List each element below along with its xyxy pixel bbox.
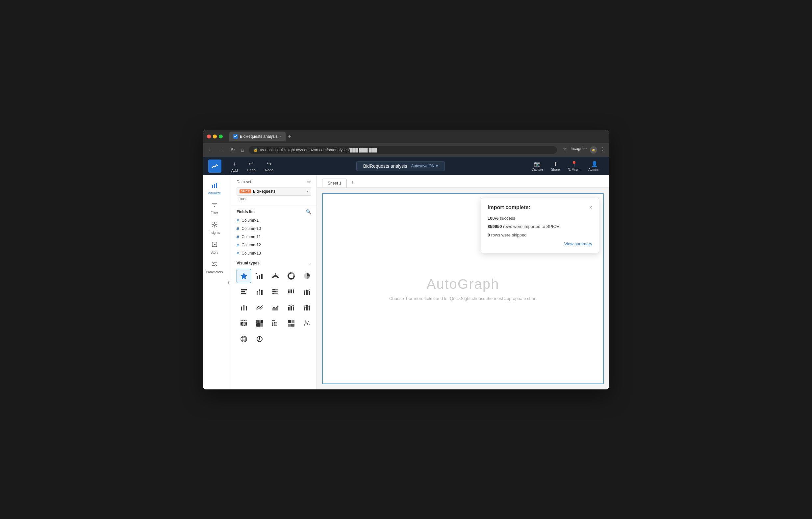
new-tab-button[interactable]: +	[288, 133, 291, 140]
svg-rect-26	[275, 289, 278, 291]
visual-type-area[interactable]	[268, 300, 283, 315]
autosave-toggle[interactable]: Autosave ON ▾	[411, 164, 438, 169]
minimize-button[interactable]	[213, 134, 217, 139]
tab-close-icon[interactable]: ×	[280, 134, 282, 138]
share-button[interactable]: ⬆ Share	[548, 159, 563, 173]
svg-rect-82	[288, 324, 291, 327]
svg-rect-36	[293, 289, 294, 291]
visual-type-autograph[interactable]	[237, 269, 251, 283]
sheet-tab-1[interactable]: Sheet 1	[322, 179, 347, 187]
field-item[interactable]: # Column-11	[237, 233, 311, 241]
sidebar-icons: Visualize Filter	[203, 175, 226, 389]
svg-rect-14	[261, 274, 263, 279]
bookmark-icon[interactable]: ☆	[563, 146, 567, 154]
svg-rect-72	[274, 322, 275, 323]
svg-rect-44	[291, 306, 292, 310]
visual-type-horizontal-bar[interactable]	[237, 284, 251, 299]
field-item[interactable]: # Column-12	[237, 241, 311, 249]
visual-type-treemap[interactable]	[252, 316, 267, 331]
fullscreen-button[interactable]	[219, 134, 223, 139]
sidebar-item-filter[interactable]: Filter	[205, 199, 224, 217]
forward-button[interactable]: →	[218, 146, 226, 154]
close-button[interactable]	[207, 134, 211, 139]
address-bar[interactable]: 🔒 us-east-1.quicksight.aws.amazon.com/sn…	[249, 146, 557, 154]
visual-type-stacked-bar[interactable]	[268, 284, 283, 299]
visual-type-donut[interactable]	[284, 269, 298, 283]
visual-type-line-single[interactable]	[237, 300, 251, 315]
visual-type-bar-line[interactable]	[284, 300, 298, 315]
visual-type-vertical-bar-sort[interactable]	[252, 269, 267, 283]
visual-type-bar-chart[interactable]	[252, 284, 267, 299]
sidebar-item-visualize[interactable]: Visualize	[205, 179, 224, 198]
capture-button[interactable]: 📷 Capture	[528, 159, 547, 173]
admin-button[interactable]: 👤 Admin...	[585, 159, 604, 173]
field-item[interactable]: # Column-13	[237, 249, 311, 257]
svg-marker-6	[214, 243, 216, 245]
svg-rect-66	[259, 320, 261, 323]
sidebar-item-insights[interactable]: Insights	[205, 219, 224, 237]
region-button[interactable]: 📍 N. Virg...	[564, 159, 584, 173]
field-item[interactable]: # Column-10	[237, 225, 311, 233]
autosave-arrow: ▾	[436, 164, 438, 169]
sidebar-item-story[interactable]: Story	[205, 239, 224, 257]
svg-rect-61	[240, 325, 242, 326]
undo-button[interactable]: ↩ Undo	[242, 158, 260, 174]
visual-type-filled-map[interactable]	[284, 316, 298, 331]
tab-title: BidRequests analysis	[240, 134, 278, 139]
visual-type-bar-line2[interactable]	[300, 300, 314, 315]
visual-type-geo[interactable]	[237, 332, 251, 346]
admin-label: Admin...	[588, 168, 601, 171]
add-button[interactable]: ＋ Add	[227, 158, 242, 174]
svg-rect-32	[288, 289, 290, 291]
field-hash-icon: #	[237, 218, 239, 223]
view-summary-link[interactable]: View summary	[488, 241, 592, 246]
svg-point-4	[213, 224, 215, 225]
import-rows-skipped-label: rows were skipped	[491, 233, 527, 238]
visual-type-arc[interactable]	[268, 269, 283, 283]
svg-rect-73	[276, 322, 277, 323]
visual-grid	[237, 269, 311, 346]
edit-dataset-icon[interactable]: ✏	[307, 179, 311, 184]
reload-button[interactable]: ↻	[229, 145, 236, 154]
fields-label: Fields list	[237, 210, 255, 214]
dataset-selector[interactable]: SPICE BidRequests ▾	[237, 187, 311, 196]
svg-point-85	[305, 322, 307, 324]
add-sheet-button[interactable]: +	[347, 178, 357, 187]
analysis-title: BidRequests analysis	[363, 163, 407, 169]
import-popup-close-button[interactable]: ×	[589, 205, 592, 211]
svg-rect-48	[309, 306, 310, 310]
svg-rect-40	[241, 307, 242, 310]
browser-tab-active[interactable]: BidRequests analysis ×	[229, 131, 286, 142]
field-name: Column-13	[241, 251, 261, 255]
import-success-label: success	[500, 216, 515, 221]
import-title: Import complete:	[488, 205, 530, 211]
field-name: Column-1	[241, 218, 259, 223]
visual-type-line-multi[interactable]	[252, 300, 267, 315]
home-button[interactable]: ⌂	[239, 146, 245, 154]
svg-rect-39	[309, 291, 310, 295]
sidebar-item-parameters[interactable]: Parameters	[205, 258, 224, 277]
svg-point-87	[308, 321, 309, 322]
svg-rect-75	[274, 323, 275, 325]
svg-rect-67	[261, 320, 263, 323]
visual-type-pivot[interactable]	[268, 316, 283, 331]
redo-button[interactable]: ↪ Redo	[260, 158, 278, 174]
browser-actions: ☆ Incognito 🕵 ⋮	[563, 146, 605, 154]
browser-menu-icon[interactable]: ⋮	[601, 146, 605, 154]
visual-type-kpi[interactable]	[252, 332, 267, 346]
visual-type-pie[interactable]	[300, 269, 314, 283]
undo-icon: ↩	[249, 160, 254, 167]
visual-type-combo[interactable]	[300, 284, 314, 299]
svg-rect-64	[245, 325, 247, 326]
fields-search-icon[interactable]: 🔍	[306, 209, 311, 214]
left-panel: Data set ✏ SPICE BidRequests ▾ 100% Fiel…	[231, 175, 317, 389]
visual-type-scatter[interactable]	[300, 316, 314, 331]
visual-types-collapse-icon[interactable]: ⌄	[308, 261, 311, 266]
field-hash-icon: #	[237, 243, 239, 248]
back-button[interactable]: ←	[207, 146, 215, 154]
visual-type-stacked-bar2[interactable]	[284, 284, 298, 299]
panel-collapse-button[interactable]: ❮	[226, 175, 231, 389]
field-item[interactable]: # Column-1	[237, 216, 311, 225]
visual-type-heat-map[interactable]	[237, 316, 251, 331]
app-logo	[208, 159, 222, 173]
